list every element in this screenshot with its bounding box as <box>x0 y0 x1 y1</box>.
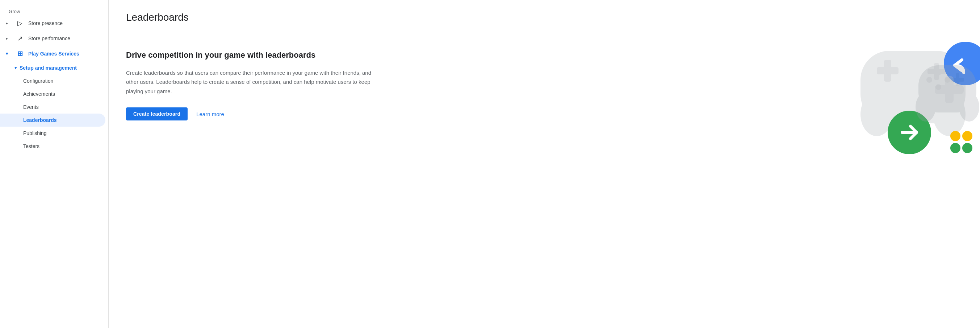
controller-illustration <box>857 29 980 167</box>
store-performance-label: Store performance <box>28 35 70 42</box>
page-divider <box>126 32 963 32</box>
store-performance-icon: ↗ <box>16 34 24 42</box>
sidebar-item-testers[interactable]: Testers <box>0 140 105 153</box>
svg-rect-4 <box>884 60 891 82</box>
svg-point-14 <box>916 93 936 122</box>
publishing-label: Publishing <box>23 130 47 136</box>
sidebar-item-achievements[interactable]: Achievements <box>0 88 105 101</box>
create-leaderboard-button[interactable]: Create leaderboard <box>126 107 188 120</box>
action-row: Create leaderboard Learn more <box>126 107 380 120</box>
svg-point-21 <box>962 143 972 153</box>
setup-management-label: Setup and management <box>19 65 77 71</box>
content-area: Drive competition in your game with lead… <box>126 50 963 120</box>
play-games-label: Play Games Services <box>28 51 79 57</box>
learn-more-link[interactable]: Learn more <box>196 111 224 117</box>
store-presence-icon: ▷ <box>16 19 24 27</box>
svg-rect-17 <box>956 73 959 86</box>
svg-point-19 <box>962 131 972 141</box>
store-presence-label: Store presence <box>28 20 63 26</box>
sidebar-item-publishing[interactable]: Publishing <box>0 126 105 140</box>
play-games-expand-icon <box>6 51 11 56</box>
page-title: Leaderboards <box>126 11 963 23</box>
sidebar-item-configuration[interactable]: Configuration <box>0 74 105 88</box>
content-text-block: Drive competition in your game with lead… <box>126 50 380 120</box>
store-performance-expand-icon <box>6 36 11 41</box>
sidebar: Grow ▷ Store presence ↗ Store performanc… <box>0 0 109 328</box>
leaderboards-label: Leaderboards <box>23 117 57 123</box>
controller-svg <box>857 29 980 167</box>
content-heading: Drive competition in your game with lead… <box>126 50 380 61</box>
sidebar-item-play-games-services[interactable]: ⊞ Play Games Services <box>0 46 105 61</box>
setup-expand-icon <box>14 65 17 70</box>
svg-point-18 <box>950 131 961 141</box>
sidebar-item-events[interactable]: Events <box>0 101 105 114</box>
svg-rect-23 <box>945 76 954 103</box>
configuration-label: Configuration <box>23 78 53 84</box>
testers-label: Testers <box>23 143 40 149</box>
play-games-icon: ⊞ <box>16 50 24 58</box>
store-presence-expand-icon <box>6 21 11 26</box>
sidebar-item-store-performance[interactable]: ↗ Store performance <box>0 31 105 46</box>
svg-point-15 <box>959 93 979 122</box>
sidebar-item-store-presence[interactable]: ▷ Store presence <box>0 16 105 31</box>
events-label: Events <box>23 104 39 110</box>
svg-point-20 <box>950 143 961 153</box>
main-content: Leaderboards Drive competition in your g… <box>109 0 980 328</box>
achievements-label: Achievements <box>23 91 55 97</box>
grow-section-label: Grow <box>0 6 108 16</box>
setup-management-item[interactable]: Setup and management <box>0 61 105 74</box>
content-description: Create leaderboards so that users can co… <box>126 68 380 96</box>
sidebar-item-leaderboards[interactable]: Leaderboards <box>0 114 105 126</box>
